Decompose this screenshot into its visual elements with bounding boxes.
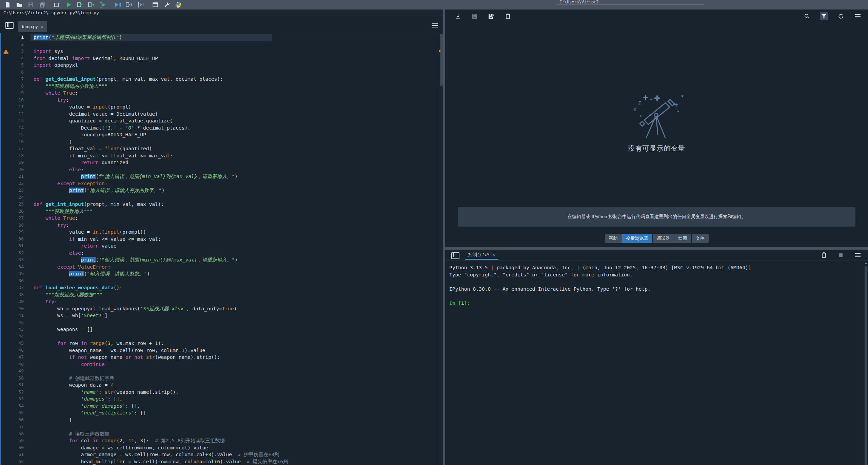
editor-tab-bar: temp.py × xyxy=(0,17,443,33)
clipboard-icon[interactable] xyxy=(504,12,512,20)
console-scrollbar-thumb[interactable] xyxy=(865,266,867,465)
filter-icon[interactable] xyxy=(820,12,828,20)
panel-splitter[interactable] xyxy=(445,247,868,250)
import-data-icon[interactable] xyxy=(454,12,462,20)
line-number: 15 xyxy=(1,131,31,138)
code-line: 6 xyxy=(1,69,439,76)
code-editor[interactable]: 1print("本程序由B站繁星攻略组制作")23import sys4from… xyxy=(0,33,443,465)
tab-temp-py[interactable]: temp.py × xyxy=(18,21,47,32)
code-line: 58 # 读取三连击数据 xyxy=(1,430,439,438)
line-number: 3 xyxy=(1,48,31,55)
code-line: 32 else: xyxy=(1,250,439,257)
run-cell-advance-icon[interactable] xyxy=(87,1,96,9)
console-prompt[interactable]: In [1]: xyxy=(445,300,868,307)
code-line: 8 """获取精确的小数输入""" xyxy=(1,83,439,90)
telescope-illustration: x z * xyxy=(625,90,689,143)
ve-tab-debugger[interactable]: 调试器 xyxy=(653,234,674,243)
code-line: 10 try: xyxy=(1,97,439,104)
console-panel: 控制台 1/A × Python 3.13.5 | packaged by An… xyxy=(445,250,868,465)
console-banner-line xyxy=(445,293,868,300)
debug-cell-icon[interactable] xyxy=(125,1,133,9)
code-line: 56 } xyxy=(1,416,439,424)
ve-tab-plots[interactable]: 绘图 xyxy=(674,234,692,243)
line-number: 62 xyxy=(1,458,31,465)
ve-tab-files[interactable]: 文件 xyxy=(692,234,709,243)
preferences-wrench-icon[interactable] xyxy=(163,1,171,9)
code-line: 51 weapon_data = { xyxy=(1,382,439,389)
console-scrollbar[interactable] xyxy=(864,261,868,465)
new-file-icon[interactable] xyxy=(4,1,12,9)
line-number: 2 xyxy=(1,41,31,48)
line-number: 51 xyxy=(1,382,31,389)
svg-text:*: * xyxy=(681,94,684,100)
code-line: 22 except Exception: xyxy=(1,180,439,187)
debug-file-icon[interactable] xyxy=(114,1,122,9)
python-logo-icon[interactable] xyxy=(174,1,182,9)
options-menu-icon[interactable] xyxy=(854,251,862,259)
code-line: 24 xyxy=(1,194,439,201)
console-output[interactable]: Python 3.13.5 | packaged by Anaconda, In… xyxy=(445,261,868,465)
options-menu-icon[interactable] xyxy=(854,12,862,20)
line-number: 8 xyxy=(1,83,31,90)
code-line: 36 xyxy=(1,277,439,285)
search-icon[interactable] xyxy=(803,12,811,20)
tab-console-1[interactable]: 控制台 1/A × xyxy=(465,250,498,260)
clipboard-icon[interactable] xyxy=(820,251,828,259)
browse-tabs-icon[interactable] xyxy=(5,22,14,29)
line-number: 58 xyxy=(1,430,31,438)
code-line: 14 Decimal('1.' + '0' * decimal_places), xyxy=(1,124,439,132)
line-number: 17 xyxy=(1,145,31,152)
save-file-icon[interactable] xyxy=(27,1,35,9)
code-line: 2 xyxy=(1,41,439,48)
maximize-pane-icon[interactable] xyxy=(151,1,159,9)
code-line: 19 return quantized xyxy=(1,159,439,166)
editor-options-menu-icon[interactable] xyxy=(432,23,438,27)
code-line: 52 'name': str(weapon_name).strip(), xyxy=(1,389,439,396)
line-number: 26 xyxy=(1,208,31,215)
new-cell-icon[interactable] xyxy=(53,1,61,9)
editor-scrollbar[interactable] xyxy=(439,33,443,465)
debug-selection-icon[interactable] xyxy=(137,1,145,9)
prompt-number: 1 xyxy=(461,301,464,306)
run-selection-icon[interactable] xyxy=(99,1,107,9)
console-banner-line: Python 3.13.5 | packaged by Anaconda, In… xyxy=(445,264,868,271)
save-data-as-icon[interactable] xyxy=(487,12,495,20)
console-banner: Python 3.13.5 | packaged by Anaconda, In… xyxy=(445,261,868,300)
code-line: 43 weapons = [] xyxy=(1,326,439,333)
code-line: 30 if min_val <= value <= max_val: xyxy=(1,236,439,243)
run-cell-icon[interactable] xyxy=(76,1,84,9)
line-number: 56 xyxy=(1,416,31,424)
line-number: 9 xyxy=(1,90,31,97)
browse-tabs-icon[interactable] xyxy=(451,252,459,259)
line-number: 49 xyxy=(1,368,31,375)
run-file-icon[interactable] xyxy=(64,1,73,9)
line-number: 10 xyxy=(1,97,31,104)
interrupt-kernel-icon[interactable] xyxy=(837,251,845,259)
line-number: 27 xyxy=(1,215,31,222)
tab-close-icon[interactable]: × xyxy=(41,24,43,29)
ve-tab-variable-explorer[interactable]: 变量浏览器 xyxy=(622,234,653,243)
save-data-icon[interactable] xyxy=(471,12,479,20)
code-line: 54 'armor_damages': [], xyxy=(1,403,439,410)
code-line: 1print("本程序由B站繁星攻略组制作") xyxy=(1,34,439,41)
console-tab-close-icon[interactable]: × xyxy=(492,252,495,257)
code-lines: 1print("本程序由B站繁星攻略组制作")23import sys4from… xyxy=(1,34,439,465)
line-number: 18 xyxy=(1,152,31,159)
open-file-icon[interactable] xyxy=(15,1,23,9)
code-line: 46 weapon_name = ws.cell(row=row, column… xyxy=(1,347,439,354)
refresh-icon[interactable] xyxy=(837,12,845,20)
editor-scrollbar-thumb[interactable] xyxy=(440,34,443,86)
line-number: 52 xyxy=(1,389,31,396)
line-number: 42 xyxy=(1,319,31,326)
line-number: 23 xyxy=(1,187,31,194)
line-number: 1 xyxy=(1,34,31,41)
line-number: 54 xyxy=(1,403,31,410)
editor-panel: C:\Users\Victor2\.spyder-py3\temp.py tem… xyxy=(0,9,443,465)
console-tools xyxy=(820,251,862,259)
code-line: 20 else: xyxy=(1,166,439,173)
prompt-suffix: ]: xyxy=(464,301,470,306)
save-all-icon[interactable] xyxy=(38,1,46,9)
ve-tab-help[interactable]: 帮助 xyxy=(605,234,622,243)
scroll-up-arrow-icon[interactable] xyxy=(865,262,867,264)
tab-label: temp.py xyxy=(22,24,38,29)
